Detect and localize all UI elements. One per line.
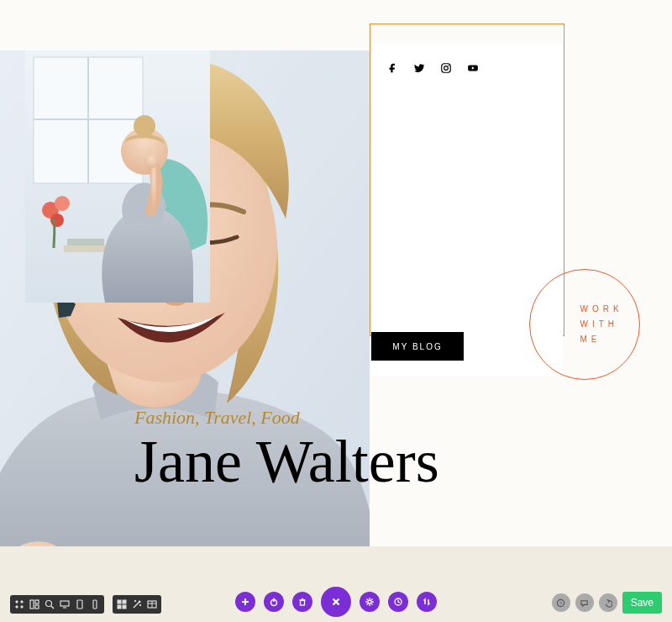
svg-rect-24 — [35, 600, 39, 604]
desktop-icon[interactable] — [57, 597, 72, 612]
svg-rect-31 — [93, 600, 97, 609]
secondary-photo — [25, 50, 210, 303]
svg-line-58 — [371, 604, 373, 605]
svg-point-19 — [16, 601, 18, 603]
sort-button[interactable] — [417, 592, 437, 612]
svg-point-13 — [50, 213, 64, 227]
help-button[interactable]: ? — [552, 593, 570, 612]
settings-button[interactable] — [360, 592, 380, 612]
svg-point-39 — [139, 604, 141, 606]
wand-icon[interactable] — [129, 597, 144, 612]
my-blog-button[interactable]: MY BLOG — [371, 332, 464, 361]
svg-point-20 — [16, 606, 18, 608]
svg-rect-14 — [64, 245, 106, 252]
toolbar-center — [235, 587, 437, 617]
table-icon[interactable] — [144, 597, 160, 612]
twitter-icon[interactable] — [413, 62, 425, 74]
svg-point-5 — [449, 65, 449, 66]
hero-title: Jane Walters — [134, 427, 439, 497]
toolbar-left-group-2 — [113, 595, 161, 614]
instagram-icon[interactable] — [440, 62, 452, 74]
add-button[interactable] — [235, 592, 255, 612]
svg-rect-35 — [123, 605, 126, 609]
tablet-icon[interactable] — [72, 597, 87, 612]
svg-line-60 — [367, 604, 369, 605]
svg-point-52 — [368, 600, 371, 604]
svg-rect-33 — [123, 600, 126, 604]
mobile-icon[interactable] — [87, 597, 102, 612]
toolbar-left — [10, 595, 161, 614]
svg-point-38 — [134, 600, 136, 602]
svg-line-59 — [371, 599, 373, 601]
svg-rect-32 — [118, 600, 121, 604]
undo-button[interactable] — [599, 593, 617, 612]
youtube-icon[interactable] — [467, 62, 479, 74]
social-icons-row — [386, 62, 479, 74]
toolbar-left-group-1 — [10, 595, 104, 614]
svg-point-12 — [55, 196, 70, 211]
svg-rect-28 — [60, 601, 69, 606]
history-button[interactable] — [388, 592, 408, 612]
svg-line-27 — [51, 606, 54, 609]
work-with-me-link[interactable]: WORK WITH ME — [529, 269, 640, 380]
page-canvas: MY BLOG WORK WITH ME Fashion, Travel, Fo… — [0, 0, 672, 622]
svg-point-4 — [444, 66, 449, 71]
svg-rect-47 — [301, 600, 305, 605]
svg-point-26 — [46, 601, 52, 607]
hero-tagline: Fashion, Travel, Food — [134, 407, 300, 429]
grid-icon[interactable] — [114, 597, 129, 612]
svg-rect-23 — [30, 600, 34, 609]
svg-rect-34 — [118, 605, 121, 609]
svg-rect-25 — [35, 605, 39, 609]
power-button[interactable] — [264, 592, 284, 612]
close-button[interactable] — [321, 587, 351, 617]
editor-toolbar: ? Save — [0, 582, 672, 622]
work-with-me-label: WORK WITH ME — [580, 302, 622, 347]
svg-point-17 — [134, 115, 155, 137]
drag-handle-icon[interactable] — [12, 597, 27, 612]
svg-point-37 — [139, 601, 140, 603]
toolbar-right: ? Save — [552, 592, 662, 614]
layout-icon[interactable] — [27, 597, 42, 612]
chat-button[interactable] — [575, 593, 594, 612]
svg-point-22 — [21, 606, 23, 608]
svg-point-21 — [21, 601, 23, 603]
svg-rect-15 — [67, 239, 104, 245]
svg-rect-30 — [77, 600, 82, 609]
zoom-icon[interactable] — [42, 597, 57, 612]
svg-point-18 — [144, 155, 158, 168]
svg-text:?: ? — [559, 600, 562, 605]
trash-button[interactable] — [292, 592, 312, 612]
svg-line-57 — [367, 599, 369, 601]
facebook-icon[interactable] — [386, 62, 398, 74]
save-button[interactable]: Save — [622, 592, 662, 614]
